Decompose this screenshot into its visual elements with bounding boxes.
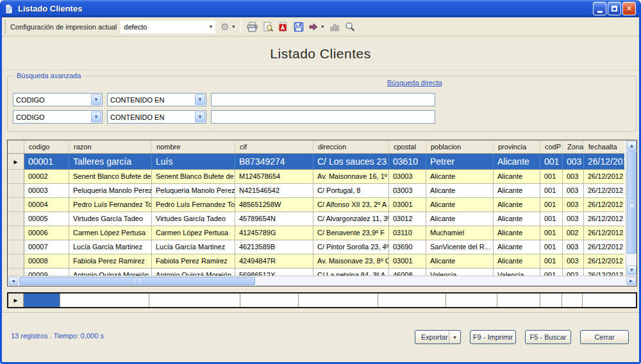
grid-cell[interactable]: 46008 xyxy=(389,269,426,276)
grid-cell[interactable]: Av. Maisonave 23, 8º C xyxy=(313,254,389,269)
grid-cell[interactable]: Luís xyxy=(152,154,235,170)
grid-cell[interactable]: 00002 xyxy=(24,170,69,184)
filter-cell[interactable] xyxy=(149,294,240,307)
grid-cell[interactable]: Carmen López Pertusa xyxy=(69,226,152,240)
horizontal-scrollbar[interactable]: ◄ ► xyxy=(8,276,637,286)
horizontal-scrollbar-thumb[interactable] xyxy=(19,277,255,285)
grid-cell[interactable]: 03003 xyxy=(389,184,426,198)
grid-cell[interactable]: Alicante xyxy=(426,184,494,198)
row-selector-cell[interactable] xyxy=(8,212,24,226)
grid-cell[interactable]: 26/12/2012 xyxy=(584,154,624,170)
scroll-down-icon[interactable]: ▼ xyxy=(627,265,637,275)
row-selector-cell[interactable] xyxy=(8,198,24,212)
operator-select-1[interactable]: CONTENIDO EN ▼ xyxy=(107,93,206,106)
column-header-cpostal[interactable]: cpostal xyxy=(389,140,426,153)
grid-cell[interactable]: 41245789G xyxy=(235,226,313,240)
row-selector-cell[interactable] xyxy=(8,184,24,198)
grid-cell[interactable]: 26/12/2012 xyxy=(584,254,624,269)
save-button[interactable] xyxy=(292,20,306,34)
grid-cell[interactable]: Talleres garcía xyxy=(69,154,152,170)
filter-row-strip[interactable]: ► xyxy=(7,292,637,308)
filter-cell[interactable] xyxy=(24,294,60,307)
column-header-direccion[interactable]: direccion xyxy=(313,140,389,153)
vertical-scrollbar[interactable]: ▲ ▼ xyxy=(626,140,637,276)
close-button[interactable]: ✕ xyxy=(622,2,636,15)
column-header-nombre[interactable]: nombre xyxy=(152,140,235,153)
grid-cell[interactable]: Alicante xyxy=(426,170,494,184)
grid-cell[interactable]: Alicante xyxy=(494,254,540,269)
grid-cell[interactable]: 001 xyxy=(540,240,563,254)
filter-cell[interactable] xyxy=(583,294,636,307)
grid-cell[interactable]: Alicante xyxy=(494,212,540,226)
search-f5-button[interactable]: F5 - Buscar xyxy=(525,330,571,344)
grid-cell[interactable]: C/ Pintor Sorolla 23, 4º B xyxy=(313,240,389,254)
grid-cell[interactable]: 001 xyxy=(540,226,563,240)
filter-row-selector[interactable]: ► xyxy=(8,294,24,307)
grid-cell[interactable]: 56986512X xyxy=(235,269,313,276)
grid-cell[interactable]: N421546542 xyxy=(235,184,313,198)
grid-cell[interactable]: 001 xyxy=(540,170,563,184)
direct-search-link[interactable]: Búsqueda directa xyxy=(387,79,442,87)
filter-cell[interactable] xyxy=(299,294,378,307)
grid-cell[interactable]: Fabiola Perez Ramirez xyxy=(152,254,235,269)
grid-cell[interactable]: 26/12/2012 xyxy=(584,184,624,198)
row-selector-cell[interactable] xyxy=(8,254,24,269)
grid-cell[interactable]: Carmen López Pertusa xyxy=(152,226,235,240)
grid-cell[interactable]: Alicante xyxy=(426,198,494,212)
row-selector-cell[interactable] xyxy=(8,269,24,276)
column-header-fechaalta[interactable]: fechaalta xyxy=(584,140,624,153)
grid-cell[interactable]: Alicante xyxy=(426,212,494,226)
grid-cell[interactable]: Pedro Luís Fernandez Tor... xyxy=(69,198,152,212)
filter-cell[interactable] xyxy=(446,294,497,307)
grid-cell[interactable]: Antonio Quinzá Morejón xyxy=(152,269,235,276)
grid-cell[interactable]: 03110 xyxy=(389,226,426,240)
column-header-codigo[interactable]: codigo xyxy=(24,140,69,153)
grid-cell[interactable]: C/ Alvargonzalez 11, 3º B xyxy=(313,212,389,226)
grid-cell[interactable]: 003 xyxy=(563,212,584,226)
grid-cell[interactable]: 46213589B xyxy=(235,240,313,254)
grid-cell[interactable]: 03001 xyxy=(389,254,426,269)
minimize-button[interactable] xyxy=(593,2,606,15)
grid-cell[interactable]: 003 xyxy=(563,184,584,198)
grid-cell[interactable]: 00003 xyxy=(24,184,69,198)
export-pdf-button[interactable] xyxy=(276,20,290,34)
grid-cell[interactable]: SanVicente del R... xyxy=(426,240,494,254)
filter-cell[interactable] xyxy=(60,294,149,307)
column-header-provincia[interactable]: provincia xyxy=(494,140,540,153)
zoom-button[interactable] xyxy=(343,20,357,34)
column-header-poblacion[interactable]: poblacion xyxy=(426,140,494,153)
grid-cell[interactable]: 001 xyxy=(540,198,563,212)
grid-cell[interactable]: 485651258W xyxy=(235,198,313,212)
grid-cell[interactable]: 001 xyxy=(540,154,563,170)
grid-row[interactable]: 00004Pedro Luís Fernandez Tor...Pedro Lu… xyxy=(8,198,624,212)
grid-cell[interactable]: C/ La petxina 84, 3º A xyxy=(313,269,389,276)
scroll-up-icon[interactable]: ▲ xyxy=(627,141,637,151)
grid-cell[interactable]: 42494847R xyxy=(235,254,313,269)
grid-row[interactable]: 00002Senent Blanco Bufete de ...Senent B… xyxy=(8,170,624,184)
toolbar-grip[interactable] xyxy=(4,21,6,33)
grid-cell[interactable]: 03610 xyxy=(389,154,426,170)
grid-row[interactable]: 00007Lucía García MartinezLucía García M… xyxy=(8,240,624,254)
grid-cell[interactable]: Muchamiel xyxy=(426,226,494,240)
grid-cell[interactable]: 03690 xyxy=(389,240,426,254)
column-header-Zona[interactable]: Zona xyxy=(563,140,584,153)
grid-cell[interactable]: 00005 xyxy=(24,212,69,226)
grid-cell[interactable]: 03001 xyxy=(389,198,426,212)
chart-button[interactable] xyxy=(328,20,342,34)
scroll-right-icon[interactable]: ► xyxy=(626,277,636,285)
field-select-2[interactable]: CODIGO ▼ xyxy=(13,110,103,124)
grid-cell[interactable]: 26/12/2012 xyxy=(584,170,624,184)
grid-cell[interactable]: 45789654N xyxy=(235,212,313,226)
grid-cell[interactable]: Alicante xyxy=(494,170,540,184)
grid-cell[interactable]: Senent Blanco Bufete de ... xyxy=(69,170,152,184)
grid-cell[interactable]: 00004 xyxy=(24,198,69,212)
grid-cell[interactable]: M124578654 xyxy=(235,170,313,184)
grid-cell[interactable]: Peluqueria Manolo Perez xyxy=(152,184,235,198)
grid-cell[interactable]: C/ Los sauces 23 xyxy=(313,154,389,170)
grid-cell[interactable]: Virtudes García Tadeo xyxy=(69,212,152,226)
grid-cell[interactable]: Alicante xyxy=(426,254,494,269)
scroll-left-icon[interactable]: ◄ xyxy=(8,277,18,285)
grid-cell[interactable]: 003 xyxy=(563,254,584,269)
grid-cell[interactable]: 001 xyxy=(540,184,563,198)
print-f9-button[interactable]: F9 - Imprimir xyxy=(470,330,516,344)
